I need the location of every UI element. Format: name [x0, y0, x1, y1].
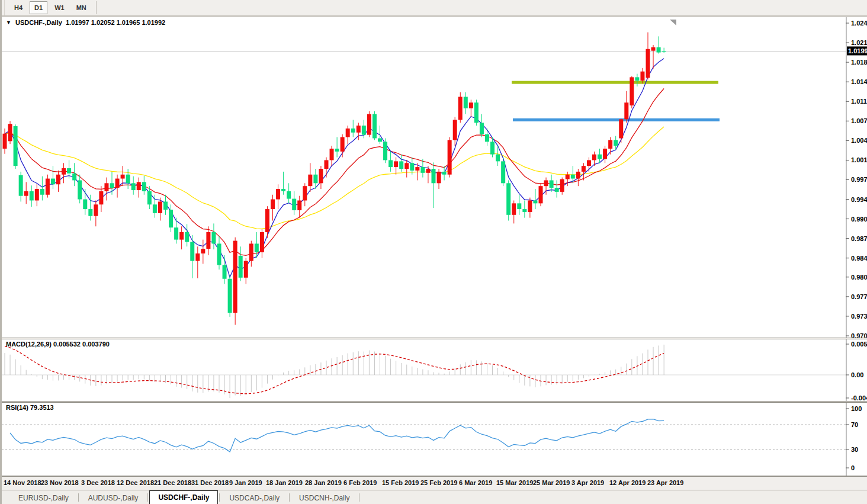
candle-up	[346, 129, 350, 137]
macd-name: MACD(12,26,9)	[6, 341, 52, 348]
candle-down	[88, 209, 92, 216]
candle-up	[8, 124, 12, 141]
candle-up	[201, 249, 205, 253]
rsi-panel: 10070300 RSI(14) 79.3513	[2, 402, 867, 476]
date-axis[interactable]: 14 Nov 201823 Nov 20183 Dec 201812 Dec 2…	[2, 476, 867, 490]
chart-tab-usdchf[interactable]: USDCHF-,Daily	[149, 490, 218, 504]
price-tick-label: 1.00100	[851, 156, 867, 163]
macd-canvas[interactable]: 0.0059970.00-0.004244	[2, 339, 867, 401]
timeframe-button-d1[interactable]: D1	[30, 1, 47, 14]
candle-up	[24, 191, 28, 196]
chart-tabbar: EURUSD-,DailyAUDUSD-,DailyUSDCHF-,DailyU…	[2, 490, 867, 504]
candle-up	[104, 183, 108, 191]
candle-down	[255, 243, 259, 252]
candle-up	[437, 172, 441, 183]
candle-down	[533, 200, 537, 203]
candle-down	[223, 265, 227, 278]
ma-mid-line	[5, 88, 664, 255]
date-axis-label: 12 Dec 2018	[117, 479, 154, 486]
chart-tab-eurusd[interactable]: EURUSD-,Daily	[10, 492, 77, 504]
chart-tab-usdcnh[interactable]: USDCNH-,Daily	[291, 492, 358, 504]
date-axis-label: 12 Apr 2019	[609, 479, 646, 486]
price-tick-label: 0.99420	[851, 196, 867, 203]
tab-separator	[219, 493, 220, 502]
rsi-tick-label: 100	[851, 405, 862, 412]
support-line-blue[interactable]	[513, 118, 720, 121]
candle-down	[614, 140, 618, 146]
candle-up	[56, 175, 60, 185]
candle-down	[313, 175, 317, 184]
date-axis-label: 9 Jan 2019	[229, 479, 262, 486]
date-axis-label: 3 Dec 2018	[81, 479, 115, 486]
tab-separator	[78, 493, 79, 502]
candle-up	[94, 204, 98, 216]
candle-up	[115, 179, 120, 188]
candle-up	[297, 200, 301, 210]
macd-tick-label: 0.005997	[851, 341, 867, 348]
date-axis-label: 31 Dec 2018	[191, 479, 229, 486]
candle-down	[51, 179, 55, 185]
scroll-end-arrow-icon[interactable]	[670, 20, 676, 25]
candle-down	[292, 199, 296, 210]
chart-tab-audusd[interactable]: AUDUSD-,Daily	[80, 492, 147, 504]
candle-up	[244, 261, 248, 278]
candle-down	[335, 149, 339, 152]
candle-down	[550, 180, 554, 188]
candle-down	[410, 163, 414, 171]
rsi-tick-label: 30	[851, 446, 858, 453]
chevron-down-icon[interactable]: ▼	[6, 20, 11, 25]
price-tick-label: 1.01460	[851, 78, 867, 85]
timeframe-button-w1[interactable]: W1	[50, 1, 69, 14]
timeframe-toolbar: H4D1W1MN	[2, 0, 867, 16]
rsi-line	[10, 419, 664, 452]
date-axis-label: 3 Apr 2019	[571, 479, 604, 486]
tab-separator	[289, 493, 290, 502]
chart-tab-usdcad[interactable]: USDCAD-,Daily	[221, 492, 288, 504]
candle-down	[362, 126, 366, 135]
timeframe-button-h4[interactable]: H4	[9, 1, 27, 14]
price-tick-label: 0.98070	[851, 274, 867, 281]
candle-up	[341, 137, 345, 152]
candle-up	[576, 172, 580, 179]
toolbar-separator	[96, 1, 97, 14]
price-tick-label: 1.02480	[851, 20, 867, 27]
candle-down	[635, 77, 639, 81]
candle-up	[608, 140, 612, 149]
candle-up	[330, 149, 334, 160]
candle-up	[206, 232, 210, 249]
resistance-line-olive[interactable]	[512, 81, 718, 84]
timeframe-button-mn[interactable]: MN	[72, 1, 91, 14]
candle-up	[367, 114, 371, 135]
candle-up	[99, 191, 103, 204]
candle-down	[383, 142, 387, 160]
date-axis-label: 15 Mar 2019	[496, 479, 533, 486]
candle-up	[624, 102, 628, 119]
candle-up	[195, 253, 200, 261]
candle-down	[83, 200, 87, 210]
price-tick-label: 1.01800	[851, 59, 867, 66]
candle-down	[239, 256, 243, 278]
price-tick-label: 0.99760	[851, 176, 867, 183]
candle-up	[640, 72, 644, 81]
candle-down	[420, 167, 425, 173]
rsi-current-value: 79.3513	[30, 404, 54, 411]
candle-down	[131, 183, 136, 190]
price-tick-label: 0.98740	[851, 235, 867, 242]
candle-up	[325, 160, 329, 169]
candle-up	[539, 186, 543, 203]
candle-up	[265, 209, 269, 232]
candle-up	[46, 179, 50, 195]
candle-down	[571, 175, 575, 179]
rsi-canvas[interactable]: 10070300	[2, 403, 867, 476]
candle-up	[566, 175, 570, 179]
main-chart-canvas[interactable]: 1.024801.021401.018001.014601.011201.007…	[2, 17, 867, 338]
candle-down	[40, 189, 44, 195]
chart-title: ▼ USDCHF-,Daily 1.01997 1.02052 1.01965 …	[6, 19, 165, 26]
candle-up	[394, 161, 398, 167]
current-price-tag-text: 1.01992	[848, 47, 867, 54]
candle-down	[373, 114, 377, 139]
candle-down	[287, 191, 291, 199]
price-tick-label: 1.00440	[851, 137, 867, 144]
candle-down	[281, 189, 285, 191]
candle-up	[448, 140, 452, 174]
